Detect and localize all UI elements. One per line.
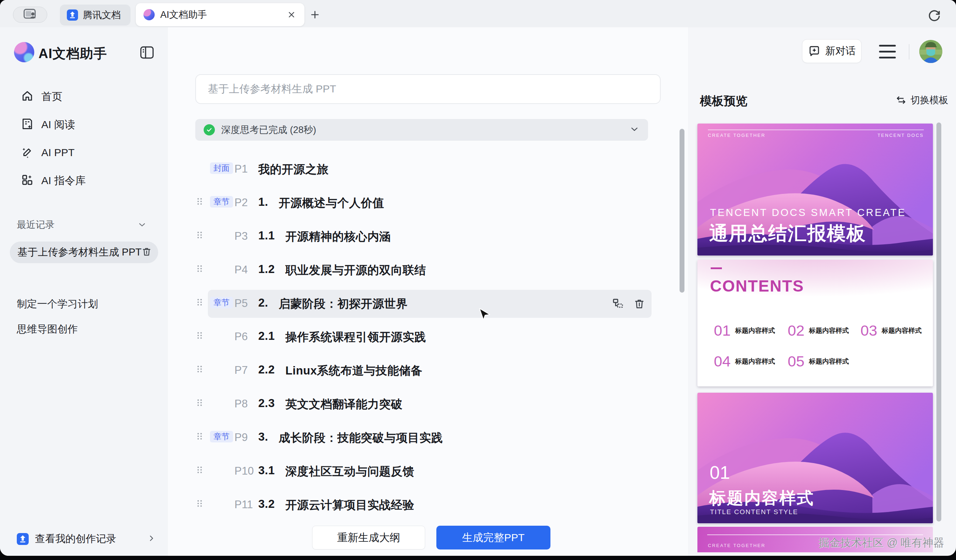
app-logo-icon — [14, 42, 34, 62]
creation-history-label: 查看我的创作记录 — [35, 532, 116, 546]
outline-title: 开源云计算项目实战经验 — [285, 497, 414, 513]
template-slide-cover: CREATE TOGETHER TENCENT DOCS TENCENT DOC… — [697, 124, 933, 255]
drag-handle-icon[interactable] — [197, 466, 203, 475]
outline-row[interactable]: P4 1.2职业发展与开源的双向联结 — [195, 256, 652, 284]
page-number: P9 — [234, 431, 248, 444]
add-subpage-icon[interactable] — [612, 297, 624, 311]
chevron-right-icon — [147, 534, 156, 544]
drag-handle-icon[interactable] — [197, 298, 203, 308]
section-subtitle: TITLE CONTENT STYLE — [710, 508, 798, 516]
drag-handle-icon[interactable] — [197, 365, 203, 374]
tab-label: AI文档助手 — [160, 8, 207, 21]
outline-title: 开源概述与个人价值 — [279, 195, 385, 211]
chevron-down-icon[interactable] — [629, 124, 640, 136]
page-number: P10 — [234, 465, 254, 477]
drag-handle-icon[interactable] — [197, 499, 203, 509]
sidebar-item-home[interactable]: 首页 — [0, 83, 168, 111]
slide-title: 通用总结汇报模板 — [709, 221, 866, 246]
recent-item-active[interactable]: 基于上传参考材料生成 PPT — [10, 242, 158, 263]
sidebar-item-ai-commands[interactable]: AI 指令库 — [0, 167, 168, 195]
switch-template-label: 切换模板 — [910, 94, 948, 106]
outline-row[interactable]: P10 3.1深度社区互动与问题反馈 — [195, 458, 652, 486]
drag-handle-icon[interactable] — [197, 264, 203, 274]
outline-row[interactable]: 封面 P1 我的开源之旅 — [195, 156, 652, 183]
switch-template-button[interactable]: 切换模板 — [896, 94, 948, 106]
sidebar-item-label: 首页 — [41, 90, 62, 104]
browser-tab-tencent-docs[interactable]: 腾讯文档 — [60, 5, 131, 25]
user-avatar[interactable] — [919, 40, 942, 63]
outline-row[interactable]: P11 3.2开源云计算项目实战经验 — [195, 491, 652, 519]
recent-item[interactable]: 制定一个学习计划 — [17, 296, 150, 313]
new-chat-button[interactable]: 新对话 — [802, 39, 862, 63]
tencent-docs-favicon — [67, 9, 78, 20]
chevron-down-icon — [137, 220, 147, 230]
outline-title: 职业发展与开源的双向联结 — [285, 263, 426, 278]
prompt-input[interactable]: 基于上传参考材料生成 PPT — [195, 74, 660, 104]
delete-row-icon[interactable] — [634, 298, 645, 311]
outline-number: 3.2 — [258, 497, 275, 513]
outline-number: 2.1 — [258, 329, 275, 345]
panel-scrollbar[interactable] — [936, 123, 941, 522]
profile-switcher-button[interactable] — [13, 7, 47, 23]
page-number: P6 — [234, 330, 248, 343]
recent-item-label: 思维导图创作 — [17, 322, 78, 337]
ai-ppt-icon — [21, 146, 34, 160]
creation-history-link[interactable]: 查看我的创作记录 — [0, 529, 168, 549]
recent-records-header[interactable]: 最近记录 — [17, 219, 157, 231]
sidebar: AI文档助手 首页 AI 阅读 AI PPT AI 指令库 最近记录 — [0, 27, 168, 556]
contents-item: 01标题内容样式 — [714, 322, 775, 339]
outline-row-hovered[interactable]: 章节 P5 2.启蒙阶段：初探开源世界 — [195, 290, 652, 318]
check-circle-icon — [204, 124, 215, 135]
browser-tab-bar: 腾讯文档 AI文档助手 — [0, 0, 956, 27]
slide-type-badge: 章节 — [210, 297, 233, 308]
outline-title: 深度社区互动与问题反馈 — [285, 464, 414, 480]
browser-tab-ai-assistant-active[interactable]: AI文档助手 — [136, 3, 304, 26]
trash-icon[interactable] — [142, 246, 152, 258]
page-number: P3 — [234, 230, 248, 242]
drag-handle-icon[interactable] — [197, 197, 203, 207]
slide-caption: CREATE TOGETHER — [708, 543, 766, 548]
contents-item: 03标题内容样式 — [860, 322, 922, 339]
deep-thinking-status[interactable]: 深度思考已完成 (28秒) — [195, 119, 648, 141]
drag-handle-icon[interactable] — [197, 399, 203, 408]
drag-handle-icon[interactable] — [197, 231, 203, 241]
ai-assistant-favicon — [143, 9, 155, 20]
new-tab-button[interactable] — [308, 8, 322, 22]
regenerate-outline-button[interactable]: 重新生成大纲 — [312, 526, 425, 549]
new-chat-label: 新对话 — [825, 44, 856, 58]
outline-row[interactable]: 章节 P2 1.开源概述与个人价值 — [195, 189, 652, 217]
generate-ppt-button[interactable]: 生成完整PPT — [436, 526, 550, 549]
sidebar-item-label: AI 指令库 — [41, 174, 86, 188]
outline-row[interactable]: P8 2.3英文文档翻译能力突破 — [195, 390, 652, 418]
outline-number: 2.2 — [258, 363, 275, 379]
sidebar-item-ai-ppt[interactable]: AI PPT — [0, 138, 168, 167]
outline-row[interactable]: P6 2.1操作系统课程引领开源实践 — [195, 323, 652, 351]
page-number: P1 — [234, 163, 248, 175]
slide-caption: CREATE TOGETHER — [708, 133, 766, 138]
page-number: P11 — [234, 499, 253, 511]
page-number: P2 — [234, 197, 248, 209]
recent-item[interactable]: 思维导图创作 — [17, 321, 150, 338]
refresh-icon[interactable] — [927, 8, 942, 23]
collapse-sidebar-icon[interactable] — [139, 46, 155, 60]
slide-type-badge: 章节 — [210, 431, 233, 442]
outline-number: 3. — [258, 430, 268, 446]
slide-divider-line — [707, 535, 923, 535]
main-scrollbar[interactable] — [679, 129, 684, 293]
home-icon — [21, 90, 34, 104]
outline-number: 3.1 — [258, 464, 275, 480]
menu-icon[interactable] — [879, 45, 896, 59]
outline-title: 启蒙阶段：初探开源世界 — [279, 296, 408, 312]
sidebar-item-ai-read[interactable]: AI 阅读 — [0, 111, 168, 138]
outline-row[interactable]: 章节 P9 3.成长阶段：技能突破与项目实践 — [195, 424, 652, 452]
slide-divider-line — [708, 129, 924, 130]
accent-dash — [711, 267, 722, 269]
drag-handle-icon[interactable] — [197, 332, 203, 341]
app-title: AI文档助手 — [38, 45, 107, 63]
drag-handle-icon[interactable] — [197, 432, 203, 442]
outline-title: 开源精神的核心内涵 — [285, 229, 391, 245]
outline-row[interactable]: P7 2.2Linux系统布道与技能储备 — [195, 357, 652, 385]
close-tab-icon[interactable] — [286, 9, 297, 20]
contents-item: 02标题内容样式 — [788, 322, 849, 339]
outline-row[interactable]: P3 1.1开源精神的核心内涵 — [195, 223, 652, 251]
